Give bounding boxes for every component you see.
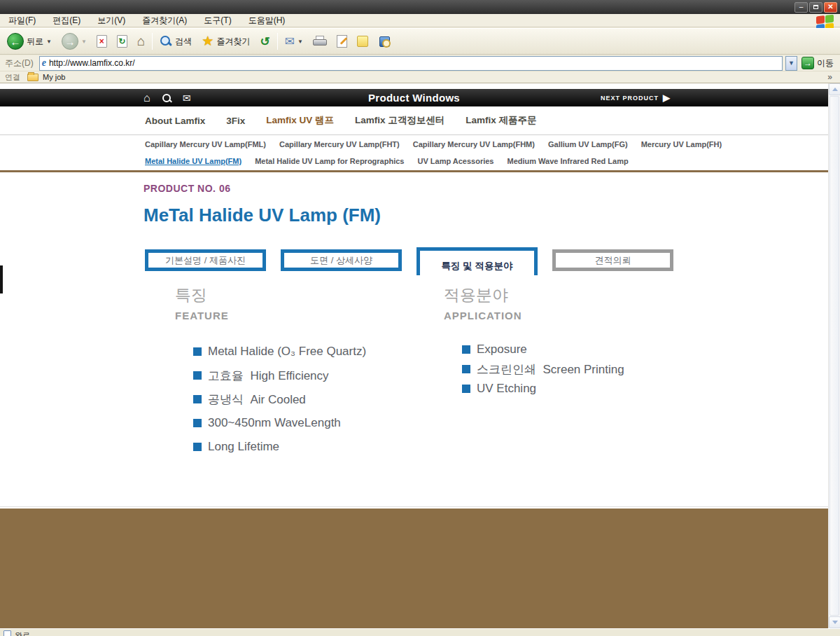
scroll-up-button[interactable] <box>829 83 840 95</box>
mail-button[interactable]: ✉ ▼ <box>282 33 306 50</box>
toolbar-separator <box>152 33 153 50</box>
square-bullet-icon <box>193 371 202 380</box>
vertical-scrollbar[interactable] <box>828 83 840 628</box>
favorites-label: 즐겨찾기 <box>216 36 250 48</box>
search-icon <box>160 35 172 48</box>
print-button[interactable] <box>310 34 330 48</box>
side-tab-sliver <box>0 265 3 293</box>
menu-help[interactable]: 도움말(H) <box>240 14 294 27</box>
product-title: MeTal Halide UV Lamp (FM) <box>144 205 381 226</box>
tab-drawing-specs[interactable]: 도면 / 상세사양 <box>281 249 402 271</box>
messenger-button[interactable] <box>375 34 393 49</box>
edit-icon <box>337 35 347 48</box>
site-header-title: Product Windows <box>0 92 828 104</box>
menu-bar: 파일(F) 편집(E) 보기(V) 즐겨찾기(A) 도구(T) 도움말(H) <box>0 14 840 27</box>
feature-item: 공냉식 Air Cooled <box>193 387 366 411</box>
close-button[interactable]: ✕ <box>824 2 837 13</box>
application-item: 스크린인쇄 Screen Printing <box>462 359 624 379</box>
subnav-fh[interactable]: Mercury UV Lamp(FH) <box>641 140 722 148</box>
nav-customer-center[interactable]: Lamfix 고객정보센터 <box>355 114 444 127</box>
scroll-up-icon <box>832 88 838 91</box>
product-tabs: 기본설명 / 제품사진 도면 / 상세사양 특징 및 적용분야 견적의뢰 <box>145 247 673 275</box>
refresh-button[interactable]: ↻ <box>114 34 130 49</box>
browser-toolbar: ← 뒤로 ▼ → ▼ × ↻ ⌂ 검색 ★ 즐겨찾기 ↺ ✉ ▼ <box>0 28 840 55</box>
subnav-infrared[interactable]: Medium Wave Infrared Red Lamp <box>507 157 628 165</box>
subnav-fht[interactable]: Capillary Mercury UV Lamp(FHT) <box>279 140 400 148</box>
back-icon: ← <box>7 33 24 50</box>
feature-column: 특징 FEATURE Metal Halide (O₃ Free Quartz)… <box>175 284 366 459</box>
subnav-fhm[interactable]: Capillary Mercury UV Lamp(FHM) <box>413 140 535 148</box>
nav-lamfix-uv-lamp[interactable]: Lamfix UV 램프 <box>266 114 334 127</box>
go-arrow-icon: → <box>802 57 814 69</box>
application-column: 적용분야 APPLICATION Exposure 스크린인쇄 Screen P… <box>444 284 624 399</box>
menu-edit[interactable]: 편집(E) <box>44 14 89 27</box>
stop-button[interactable]: × <box>94 34 110 49</box>
history-button[interactable]: ↺ <box>257 33 272 50</box>
square-bullet-icon <box>462 345 470 354</box>
main-nav: About Lamfix 3Fix Lamfix UV 램프 Lamfix 고객… <box>0 106 828 135</box>
favorites-star-icon: ★ <box>202 35 214 48</box>
scroll-down-button[interactable] <box>829 616 840 628</box>
mail-icon: ✉ <box>285 34 295 49</box>
back-button[interactable]: ← 뒤로 ▼ <box>4 32 55 51</box>
footer-divider <box>0 506 828 507</box>
home-button[interactable]: ⌂ <box>134 32 148 50</box>
subnav-fg[interactable]: Gallium UV Lamp(FG) <box>548 140 628 148</box>
site-search-icon[interactable] <box>162 93 172 103</box>
address-dropdown-button[interactable]: ▼ <box>785 56 797 71</box>
refresh-icon: ↻ <box>117 35 127 48</box>
menu-tools[interactable]: 도구(T) <box>195 14 239 27</box>
feature-heading-ko: 특징 <box>175 284 366 306</box>
status-page-icon <box>4 630 11 636</box>
next-product-arrow-icon: ▶ <box>663 92 671 103</box>
tab-basic-info[interactable]: 기본설명 / 제품사진 <box>145 249 266 271</box>
search-label: 검색 <box>175 36 192 48</box>
mail-dropdown-icon[interactable]: ▼ <box>298 39 303 45</box>
favorites-button[interactable]: ★ 즐겨찾기 <box>199 34 253 49</box>
nav-about-lamfix[interactable]: About Lamfix <box>145 116 205 126</box>
back-label: 뒤로 <box>27 36 43 48</box>
subnav-fml[interactable]: Capillary Mercury UV Lamp(FML) <box>145 140 266 148</box>
links-overflow-chevron[interactable]: » <box>827 72 838 82</box>
brown-divider <box>0 170 828 172</box>
square-bullet-icon <box>462 365 470 373</box>
links-item-myjob[interactable]: My job <box>43 73 65 81</box>
scrollbar-thumb[interactable] <box>830 96 839 616</box>
restore-button[interactable] <box>809 2 822 13</box>
square-bullet-icon <box>462 385 470 393</box>
sub-nav-row1: Capillary Mercury UV Lamp(FML) Capillary… <box>0 136 828 153</box>
nav-3fix[interactable]: 3Fix <box>226 116 245 126</box>
forward-button[interactable]: → ▼ <box>59 32 90 51</box>
menu-favorites[interactable]: 즐겨찾기(A) <box>134 14 195 27</box>
application-heading-en: APPLICATION <box>444 310 624 322</box>
print-icon <box>313 36 327 47</box>
subnav-fm-active[interactable]: Metal Halide UV Lamp(FM) <box>145 157 241 165</box>
edit-button[interactable] <box>334 34 350 49</box>
status-text: 완료 <box>15 630 30 636</box>
address-input[interactable] <box>49 58 780 68</box>
search-button[interactable]: 검색 <box>157 34 195 49</box>
nav-product-order[interactable]: Lamfix 제품주문 <box>465 114 536 127</box>
tab-feature-application[interactable]: 특징 및 적용분야 <box>416 247 538 275</box>
toolbar-separator <box>277 33 278 50</box>
next-product-button[interactable]: NEXT PRODUCT ▶ <box>601 92 671 103</box>
go-label: 이동 <box>817 57 834 69</box>
restore-icon <box>813 5 818 9</box>
menu-file[interactable]: 파일(F) <box>0 14 44 27</box>
go-button[interactable]: → 이동 <box>800 57 838 69</box>
square-bullet-icon <box>193 347 202 356</box>
back-dropdown-icon[interactable]: ▼ <box>46 39 52 45</box>
subnav-reprographics[interactable]: Metal Halide UV Lamp for Reprographics <box>255 157 404 165</box>
application-item: Exposure <box>462 340 624 359</box>
minimize-button[interactable]: – <box>794 2 808 13</box>
discuss-button[interactable] <box>354 34 371 48</box>
sub-nav-row2: Metal Halide UV Lamp(FM) Metal Halide UV… <box>0 153 828 170</box>
next-product-label: NEXT PRODUCT <box>601 95 659 102</box>
site-footer: COPYRIGHT ⓒ 2010 LAMFIX ALL RIGHTS RESER… <box>0 509 828 628</box>
ie-page-icon: e <box>42 57 46 69</box>
subnav-accessories[interactable]: UV Lamp Acessories <box>417 157 493 165</box>
forward-icon: → <box>62 33 78 50</box>
address-label: 주소(D) <box>2 57 36 69</box>
tab-quote-request[interactable]: 견적의뢰 <box>552 249 673 271</box>
menu-view[interactable]: 보기(V) <box>89 14 134 27</box>
